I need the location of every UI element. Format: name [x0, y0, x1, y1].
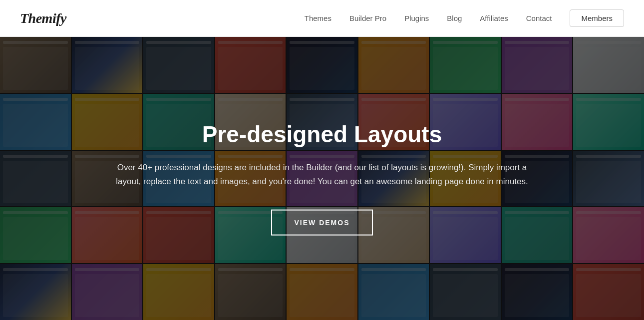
view-demos-button[interactable]: VIEW DEMOS — [271, 210, 372, 236]
nav-themes[interactable]: Themes — [305, 14, 331, 22]
hero-section: Pre-designed Layouts Over 40+ profession… — [0, 37, 644, 320]
logo[interactable]: Themify — [20, 10, 66, 26]
hero-content: Pre-designed Layouts Over 40+ profession… — [110, 121, 534, 236]
nav-blog[interactable]: Blog — [447, 14, 462, 22]
main-header: Themify Themes Builder Pro Plugins Blog … — [0, 0, 644, 37]
nav-contact[interactable]: Contact — [526, 14, 552, 22]
main-nav: Themes Builder Pro Plugins Blog Affiliat… — [305, 9, 624, 27]
nav-affiliates[interactable]: Affiliates — [480, 14, 508, 22]
nav-plugins[interactable]: Plugins — [404, 14, 429, 22]
nav-builder-pro[interactable]: Builder Pro — [349, 14, 386, 22]
hero-title: Pre-designed Layouts — [110, 121, 534, 147]
members-button[interactable]: Members — [570, 9, 624, 27]
hero-description: Over 40+ professional designs are includ… — [110, 161, 534, 189]
